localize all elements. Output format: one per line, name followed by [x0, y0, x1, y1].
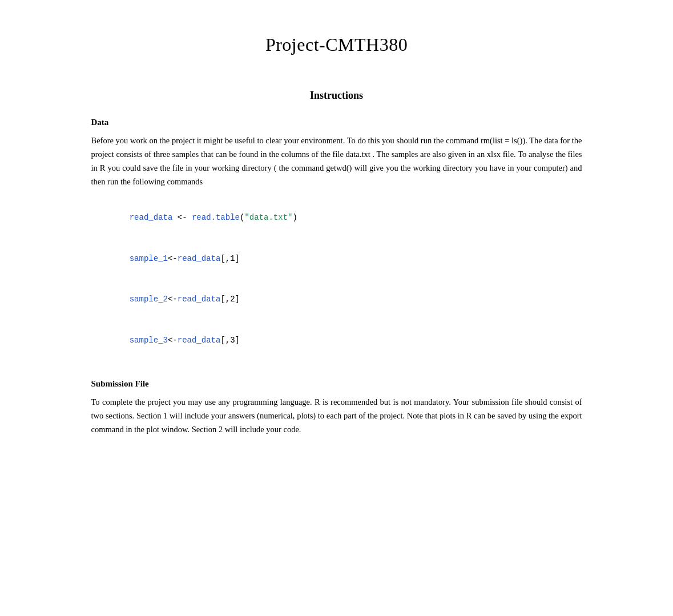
code-token: sample_1: [130, 254, 168, 263]
code-token: read_data: [178, 295, 221, 304]
code-token: <-: [168, 254, 178, 263]
code-token: sample_2: [130, 295, 168, 304]
code-token: ): [292, 213, 297, 222]
page-container: Project-CMTH380 Instructions Data Before…: [91, 0, 582, 616]
code-token: [,1]: [220, 254, 240, 263]
code-token: read_data: [178, 336, 221, 345]
instructions-heading: Instructions: [91, 90, 582, 102]
code-token: sample_3: [130, 336, 168, 345]
code-line-1: read_data <- read.table("data.txt"): [91, 198, 582, 239]
code-line-4: sample_3<-read_data[,3]: [91, 320, 582, 361]
code-line-3: sample_2<-read_data[,2]: [91, 279, 582, 320]
code-token: [,2]: [220, 295, 240, 304]
code-token: read_data: [130, 213, 173, 222]
code-token: "data.txt": [244, 213, 292, 222]
data-section: Data Before you work on the project it m…: [91, 118, 582, 361]
data-paragraph: Before you work on the project it might …: [91, 134, 582, 189]
page-title: Project-CMTH380: [91, 34, 582, 55]
code-token: [,3]: [220, 336, 240, 345]
submission-section: Submission File To complete the project …: [91, 379, 582, 437]
code-token: <-: [168, 336, 178, 345]
submission-paragraph: To complete the project you may use any …: [91, 396, 582, 437]
code-token: <-: [172, 213, 192, 222]
submission-heading: Submission File: [91, 379, 582, 389]
code-line-2: sample_1<-read_data[,1]: [91, 239, 582, 279]
code-block: read_data <- read.table("data.txt") samp…: [91, 198, 582, 361]
code-token: read.table: [192, 213, 240, 222]
code-token: read_data: [178, 254, 221, 263]
code-token: <-: [168, 295, 178, 304]
data-heading: Data: [91, 118, 582, 127]
